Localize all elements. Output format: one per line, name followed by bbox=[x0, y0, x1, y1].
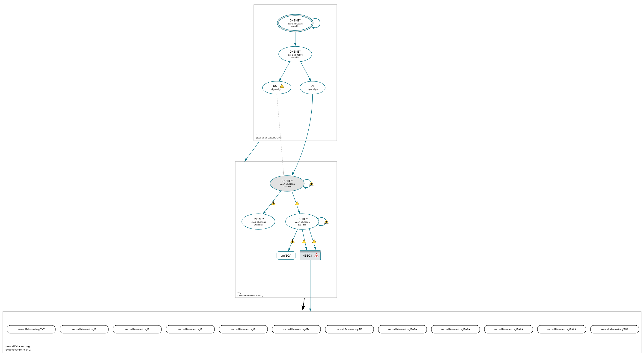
leaf-4: secondlifeharvest.org/A bbox=[219, 325, 268, 333]
svg-text:secondlifeharvest.org/A: secondlifeharvest.org/A bbox=[231, 328, 256, 331]
svg-text:secondlifeharvest.org/MX: secondlifeharvest.org/MX bbox=[284, 328, 310, 331]
edge-org-to-slh-black bbox=[302, 298, 304, 310]
node-nsec3: NSEC3 bbox=[300, 251, 320, 260]
svg-text:DNSKEY: DNSKEY bbox=[290, 50, 301, 53]
svg-text:DNSKEY: DNSKEY bbox=[290, 19, 301, 22]
warning-icon bbox=[324, 220, 328, 223]
svg-text:digest alg=2: digest alg=2 bbox=[307, 88, 318, 91]
svg-text:DNSKEY: DNSKEY bbox=[282, 179, 293, 183]
svg-text:org/SOA: org/SOA bbox=[281, 254, 291, 257]
svg-text:secondlifeharvest.org/AAAA: secondlifeharvest.org/AAAA bbox=[547, 328, 576, 331]
svg-text:alg=8, id=46594: alg=8, id=46594 bbox=[288, 54, 303, 56]
edge-orgksk-zska bbox=[263, 190, 282, 214]
leaf-0: secondlifeharvest.org/TXT bbox=[7, 325, 55, 333]
svg-text:alg=8, id=20326: alg=8, id=20326 bbox=[288, 23, 303, 25]
node-org-zsk-a: DNSKEY alg=7, id=27353 1024 bits bbox=[242, 214, 275, 229]
node-org-soa: org/SOA bbox=[277, 251, 295, 259]
leaf-7: secondlifeharvest.org/AAAA bbox=[378, 325, 427, 333]
edge-zskb-nsec3-2 bbox=[309, 228, 316, 250]
svg-text:secondlifeharvest.org/A: secondlifeharvest.org/A bbox=[72, 328, 96, 331]
zone-slh-name: secondlifeharvest.org bbox=[6, 345, 30, 348]
warning-icon bbox=[302, 239, 306, 243]
edge-ds1-orgksk bbox=[277, 94, 284, 175]
zone-slh-ts: (2020-08-06 02:05:48 UTC) bbox=[6, 349, 31, 351]
svg-text:secondlifeharvest.org/A: secondlifeharvest.org/A bbox=[178, 328, 202, 331]
svg-text:1024 bits: 1024 bits bbox=[298, 224, 306, 226]
leaf-6: secondlifeharvest.org/NS bbox=[325, 325, 374, 333]
svg-text:DNSKEY: DNSKEY bbox=[252, 217, 264, 221]
svg-text:digest alg=1: digest alg=1 bbox=[271, 88, 282, 91]
edge-ds2-orgksk bbox=[292, 94, 312, 175]
edge-org-zskb-self bbox=[318, 218, 326, 226]
edge-root-to-org bbox=[244, 141, 260, 162]
svg-point-14 bbox=[262, 81, 291, 94]
warning-icon bbox=[271, 201, 276, 205]
svg-text:2048 bits: 2048 bits bbox=[291, 56, 300, 59]
svg-text:secondlifeharvest.org/SOA: secondlifeharvest.org/SOA bbox=[601, 328, 628, 331]
warning-icon bbox=[290, 239, 294, 243]
zone-org-name: org bbox=[238, 291, 241, 293]
svg-text:alg=7, id=27353: alg=7, id=27353 bbox=[251, 221, 266, 223]
node-org-ksk: DNSKEY alg=7, id=17883 2048 bits bbox=[270, 176, 304, 191]
edge-zsk-ds2 bbox=[300, 61, 311, 81]
svg-text:DS: DS bbox=[273, 84, 277, 88]
leaf-5: secondlifeharvest.org/MX bbox=[272, 325, 320, 333]
zone-root-name: . bbox=[256, 133, 257, 135]
leaf-10: secondlifeharvest.org/AAAA bbox=[538, 325, 586, 333]
leaf-3: secondlifeharvest.org/A bbox=[166, 325, 214, 333]
svg-text:DS: DS bbox=[311, 84, 314, 88]
zone-org-ts: (2020-08-06 00:02:25 UTC) bbox=[238, 294, 263, 297]
svg-text:alg=7, id=21869: alg=7, id=21869 bbox=[295, 221, 310, 223]
node-ds1: DS digest alg=1 bbox=[262, 81, 291, 94]
svg-point-17 bbox=[300, 81, 325, 94]
leaf-2: secondlifeharvest.org/A bbox=[113, 325, 162, 333]
node-root-ksk: DNSKEY alg=8, id=20326 2048 bits bbox=[277, 14, 313, 32]
zone-root-ts: (2020-08-06 00:02:02 UTC) bbox=[256, 137, 282, 139]
leaf-row: secondlifeharvest.org/TXT secondlifeharv… bbox=[7, 325, 639, 333]
edge-zskb-nsec3-1 bbox=[302, 229, 307, 250]
svg-text:2048 bits: 2048 bits bbox=[283, 186, 292, 188]
dnssec-graph: ! . (2020-08-06 00:02:02 UTC) DNSKEY alg… bbox=[0, 0, 644, 357]
svg-text:secondlifeharvest.org/AAAA: secondlifeharvest.org/AAAA bbox=[494, 328, 523, 331]
svg-text:NSEC3: NSEC3 bbox=[302, 254, 312, 257]
leaf-1: secondlifeharvest.org/A bbox=[60, 325, 108, 333]
svg-text:secondlifeharvest.org/NS: secondlifeharvest.org/NS bbox=[336, 328, 362, 331]
svg-text:1024 bits: 1024 bits bbox=[254, 224, 263, 226]
node-root-zsk: DNSKEY alg=8, id=46594 2048 bits bbox=[279, 46, 312, 62]
svg-rect-35 bbox=[300, 251, 320, 252]
leaf-11: secondlifeharvest.org/SOA bbox=[590, 325, 639, 333]
node-org-zsk-b: DNSKEY alg=7, id=21869 1024 bits bbox=[286, 214, 319, 229]
node-ds2: DS digest alg=2 bbox=[300, 81, 325, 94]
svg-text:2048 bits: 2048 bits bbox=[291, 25, 300, 28]
edge-org-ksk-self bbox=[303, 180, 311, 188]
svg-text:secondlifeharvest.org/AAAA: secondlifeharvest.org/AAAA bbox=[388, 328, 417, 331]
svg-text:secondlifeharvest.org/TXT: secondlifeharvest.org/TXT bbox=[18, 328, 45, 331]
svg-text:secondlifeharvest.org/AAAA: secondlifeharvest.org/AAAA bbox=[441, 328, 470, 331]
leaf-9: secondlifeharvest.org/AAAA bbox=[484, 325, 533, 333]
svg-text:DNSKEY: DNSKEY bbox=[296, 217, 308, 221]
edge-zsk-ds1 bbox=[279, 61, 290, 81]
leaf-8: secondlifeharvest.org/AAAA bbox=[431, 325, 480, 333]
edge-orgksk-zskb bbox=[292, 191, 300, 214]
svg-text:alg=7, id=17883: alg=7, id=17883 bbox=[280, 183, 295, 185]
svg-text:secondlifeharvest.org/A: secondlifeharvest.org/A bbox=[125, 328, 150, 331]
warning-icon bbox=[309, 182, 314, 185]
